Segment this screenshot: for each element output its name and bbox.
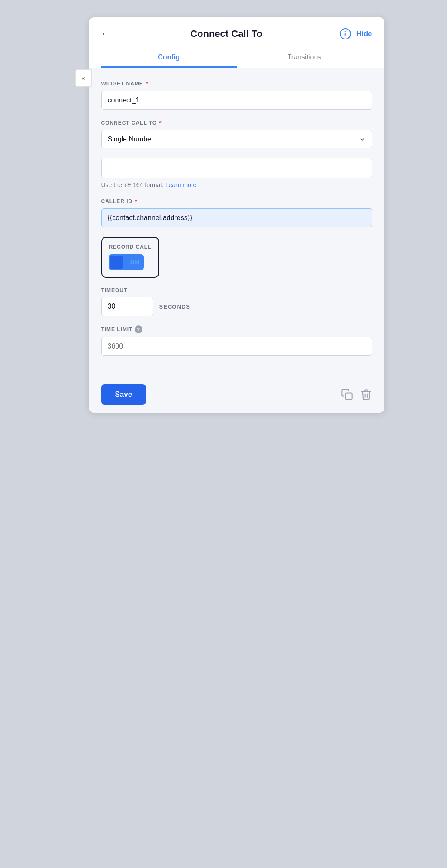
caller-id-label: CALLER ID * <box>101 198 372 205</box>
panel-body: WIDGET NAME * CONNECT CALL TO * Single N… <box>89 68 384 376</box>
delete-button[interactable] <box>360 388 372 401</box>
widget-name-group: WIDGET NAME * <box>101 80 372 110</box>
save-button[interactable]: Save <box>101 384 146 405</box>
trash-icon <box>360 388 372 401</box>
header-actions: i Hide <box>340 28 372 39</box>
toggle-thumb <box>110 256 123 269</box>
timeout-group: TIMEOUT SECONDS <box>101 287 372 316</box>
collapse-button[interactable]: « <box>75 69 92 87</box>
caller-id-group: CALLER ID * <box>101 198 372 227</box>
tab-bar: Config Transitions <box>101 48 372 68</box>
toggle-label: ON <box>130 259 139 266</box>
record-call-toggle[interactable]: ON <box>109 254 144 270</box>
time-limit-label: TIME LIMIT ? <box>101 326 372 333</box>
time-limit-help-icon[interactable]: ? <box>135 326 142 333</box>
header-top: ← Connect Call To i Hide <box>101 27 372 40</box>
timeout-row: SECONDS <box>101 297 372 316</box>
copy-button[interactable] <box>341 388 353 401</box>
phone-number-group: Use the +E.164 format. Learn more <box>101 158 372 188</box>
toggle-container: ON <box>109 254 152 270</box>
back-arrow-icon: ← <box>101 29 110 38</box>
caller-id-input[interactable] <box>101 208 372 227</box>
page-title: Connect Call To <box>113 28 340 39</box>
learn-more-link[interactable]: Learn more <box>166 181 197 188</box>
widget-name-input[interactable] <box>101 91 372 110</box>
record-call-label: RECORD CALL <box>109 244 152 250</box>
required-star: * <box>146 80 148 87</box>
required-star-3: * <box>135 198 137 205</box>
hint-text: Use the +E.164 format. Learn more <box>101 181 372 188</box>
panel-footer: Save <box>89 376 384 413</box>
connect-call-to-group: CONNECT CALL TO * Single Number Multiple… <box>101 119 372 148</box>
svg-rect-0 <box>345 393 352 400</box>
tab-config[interactable]: Config <box>101 48 237 68</box>
tab-transitions[interactable]: Transitions <box>237 48 372 68</box>
time-limit-input[interactable] <box>101 337 372 356</box>
timeout-input[interactable] <box>101 297 153 316</box>
record-call-section: RECORD CALL ON <box>101 237 159 278</box>
phone-number-input[interactable] <box>101 158 372 178</box>
copy-icon <box>341 388 353 401</box>
back-button[interactable]: ← <box>101 27 113 40</box>
hide-button[interactable]: Hide <box>356 30 372 38</box>
connect-call-to-select[interactable]: Single Number Multiple Numbers SIP Endpo… <box>101 130 372 148</box>
widget-name-label: WIDGET NAME * <box>101 80 372 87</box>
chevron-left-icon: « <box>82 75 85 82</box>
footer-icons <box>341 388 372 401</box>
timeout-label: TIMEOUT <box>101 287 372 293</box>
seconds-label: SECONDS <box>159 303 191 310</box>
info-icon[interactable]: i <box>340 28 351 39</box>
panel-header: ← Connect Call To i Hide Config Transiti… <box>89 17 384 68</box>
connect-call-to-label: CONNECT CALL TO * <box>101 119 372 126</box>
time-limit-group: TIME LIMIT ? <box>101 326 372 356</box>
required-star-2: * <box>159 119 162 126</box>
main-panel: ← Connect Call To i Hide Config Transiti… <box>89 17 384 413</box>
